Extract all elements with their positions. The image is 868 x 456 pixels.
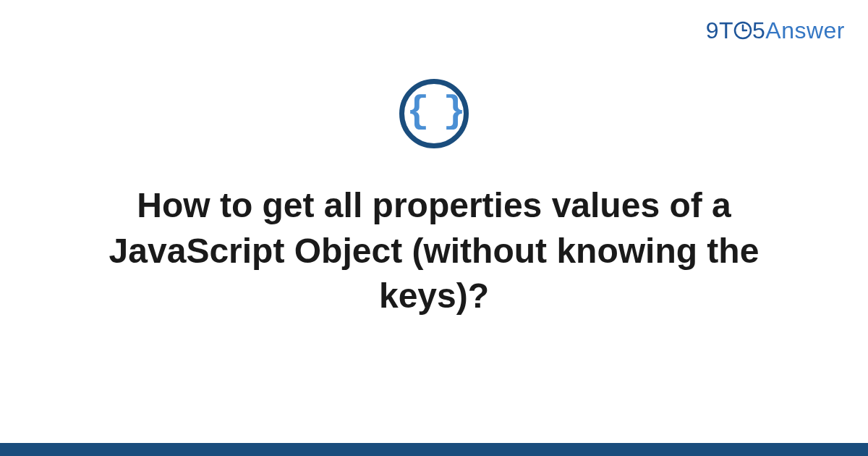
code-braces-icon: { } [407,93,461,131]
topic-badge: { } [399,79,469,148]
main-content: { } How to get all properties values of … [0,0,868,456]
footer-bar [0,443,868,456]
question-title: How to get all properties values of a Ja… [72,183,796,318]
